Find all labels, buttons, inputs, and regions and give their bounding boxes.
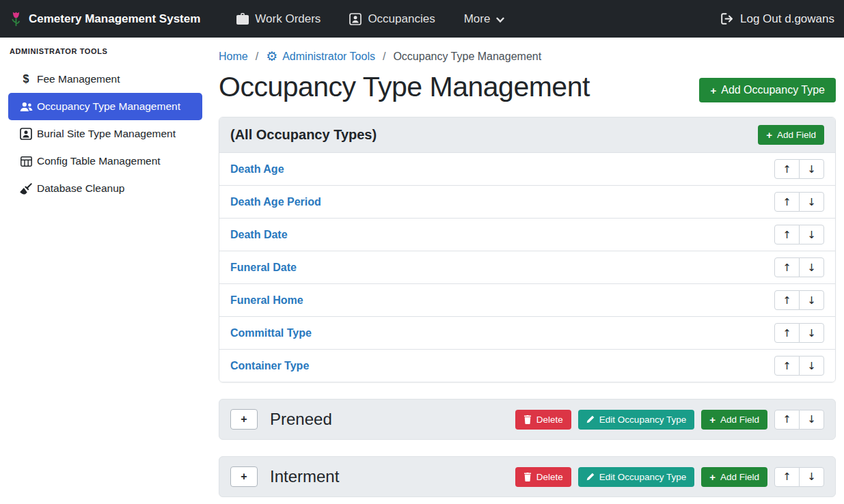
logout-button[interactable]: Log Out d.gowans <box>721 12 834 26</box>
breadcrumb-home-link[interactable]: Home <box>219 51 248 63</box>
reorder-controls: ↑↓ <box>774 257 824 277</box>
arrow-up-icon: ↑ <box>782 196 791 208</box>
portrait-icon <box>349 13 362 25</box>
reorder-controls: ↑↓ <box>774 290 824 310</box>
breadcrumb-current: Occupancy Type Management <box>393 51 541 63</box>
expand-button[interactable]: + <box>230 466 258 487</box>
field-link[interactable]: Death Date <box>230 229 288 241</box>
edit-occupancy-type-button[interactable]: Edit Occupancy Type <box>578 410 694 430</box>
sidebar-item-config-table-management[interactable]: Config Table Management <box>8 148 202 175</box>
button-label: Add Field <box>720 415 759 425</box>
move-down-button[interactable]: ↓ <box>799 159 824 179</box>
move-down-button[interactable]: ↓ <box>799 356 824 376</box>
button-label: Add Field <box>720 472 759 482</box>
plus-icon: + <box>241 413 247 425</box>
nav-item-occupancies[interactable]: Occupancies <box>349 12 435 26</box>
move-up-button[interactable]: ↑ <box>774 323 800 343</box>
field-rows: Death Age↑↓Death Age Period↑↓Death Date↑… <box>219 152 835 382</box>
move-up-button[interactable]: ↑ <box>774 257 800 277</box>
arrow-down-icon: ↓ <box>807 262 816 274</box>
plus-icon: + <box>710 85 716 96</box>
app-brand[interactable]: Cemetery Management System <box>10 11 200 27</box>
page-title: Occupancy Type Management <box>219 71 590 103</box>
move-down-button[interactable]: ↓ <box>799 192 824 212</box>
button-label: Add Field <box>777 130 816 140</box>
button-label: Add Occupancy Type <box>721 84 825 96</box>
arrow-down-icon: ↓ <box>807 413 816 425</box>
button-label: Delete <box>536 472 563 482</box>
delete-button[interactable]: Delete <box>515 410 571 430</box>
field-link[interactable]: Container Type <box>230 360 309 372</box>
move-down-button[interactable]: ↓ <box>799 257 824 277</box>
move-down-button[interactable]: ↓ <box>799 225 824 244</box>
breadcrumb-separator: / <box>256 51 258 63</box>
reorder-controls: ↑↓ <box>774 192 824 212</box>
pencil-icon <box>586 473 595 481</box>
button-label: Delete <box>536 415 563 425</box>
table-icon <box>15 156 37 167</box>
move-down-button[interactable]: ↓ <box>799 467 824 487</box>
breadcrumb-separator: / <box>383 51 385 63</box>
move-down-button[interactable]: ↓ <box>799 290 824 310</box>
move-up-button[interactable]: ↑ <box>774 192 800 212</box>
move-up-button[interactable]: ↑ <box>774 159 800 179</box>
logout-label: Log Out d.gowans <box>740 12 834 26</box>
title-row: Occupancy Type Management + Add Occupanc… <box>219 71 836 103</box>
sidebar-heading: Administrator Tools <box>8 47 202 55</box>
reorder-controls: ↑↓ <box>774 356 824 376</box>
occupancy-type-name: Interment <box>270 467 339 486</box>
field-link[interactable]: Funeral Date <box>230 262 297 274</box>
add-field-button[interactable]: + Add Field <box>758 125 824 145</box>
gear-icon: ⚙ <box>266 50 277 63</box>
all-occupancy-types-card: (All Occupancy Types) + Add Field Death … <box>219 117 836 382</box>
sidebar-item-database-cleanup[interactable]: Database Cleanup <box>8 175 202 202</box>
reorder-controls: ↑↓ <box>774 225 824 244</box>
field-link[interactable]: Death Age Period <box>230 196 321 208</box>
move-up-button[interactable]: ↑ <box>774 225 800 244</box>
edit-occupancy-type-button[interactable]: Edit Occupancy Type <box>578 467 694 487</box>
button-label: Edit Occupancy Type <box>599 415 686 425</box>
sidebar-item-occupancy-type-management[interactable]: Occupancy Type Management <box>8 93 202 120</box>
move-up-button[interactable]: ↑ <box>774 290 800 310</box>
type-cards: +PreneedDeleteEdit Occupancy Type+Add Fi… <box>219 399 836 497</box>
move-up-button[interactable]: ↑ <box>774 467 800 487</box>
type-actions: DeleteEdit Occupancy Type+Add Field↑↓ <box>515 410 824 430</box>
arrow-up-icon: ↑ <box>782 413 791 425</box>
sidebar-item-label: Occupancy Type Management <box>37 100 180 113</box>
add-field-button[interactable]: +Add Field <box>701 467 767 487</box>
add-field-button[interactable]: +Add Field <box>701 410 767 430</box>
expand-button[interactable]: + <box>230 409 258 430</box>
delete-button[interactable]: Delete <box>515 467 571 487</box>
move-up-button[interactable]: ↑ <box>774 410 800 430</box>
field-row: Container Type↑↓ <box>219 349 835 382</box>
reorder-controls: ↑↓ <box>774 410 824 430</box>
move-down-button[interactable]: ↓ <box>799 323 824 343</box>
users-icon <box>15 102 37 112</box>
field-row: Funeral Home↑↓ <box>219 283 835 316</box>
sidebar-item-label: Database Cleanup <box>37 182 124 195</box>
portrait-icon <box>15 128 37 140</box>
add-occupancy-type-button[interactable]: + Add Occupancy Type <box>699 78 836 102</box>
field-link[interactable]: Death Age <box>230 163 284 176</box>
top-navbar: Cemetery Management System Work OrdersOc… <box>0 0 844 38</box>
field-link[interactable]: Funeral Home <box>230 294 303 307</box>
plus-icon: + <box>241 471 247 483</box>
flower-logo-icon <box>10 11 23 27</box>
card-title: (All Occupancy Types) <box>230 127 377 143</box>
nav-item-more[interactable]: More <box>464 12 505 26</box>
trash-icon <box>523 473 532 481</box>
move-up-button[interactable]: ↑ <box>774 356 800 376</box>
sidebar-item-burial-site-type-management[interactable]: Burial Site Type Management <box>8 120 202 148</box>
broom-icon <box>15 183 37 195</box>
nav-item-work-orders[interactable]: Work Orders <box>236 12 321 26</box>
arrow-up-icon: ↑ <box>782 229 791 241</box>
arrow-up-icon: ↑ <box>782 294 791 307</box>
button-label: Edit Occupancy Type <box>599 472 686 482</box>
breadcrumb-admin-tools-link[interactable]: ⚙ Administrator Tools <box>266 50 375 63</box>
trash-icon <box>523 415 532 424</box>
sidebar-item-fee-management[interactable]: $Fee Management <box>8 66 202 93</box>
arrow-down-icon: ↓ <box>807 163 816 176</box>
move-down-button[interactable]: ↓ <box>799 410 824 430</box>
field-link[interactable]: Committal Type <box>230 327 312 339</box>
nav-item-label: Work Orders <box>255 12 321 26</box>
